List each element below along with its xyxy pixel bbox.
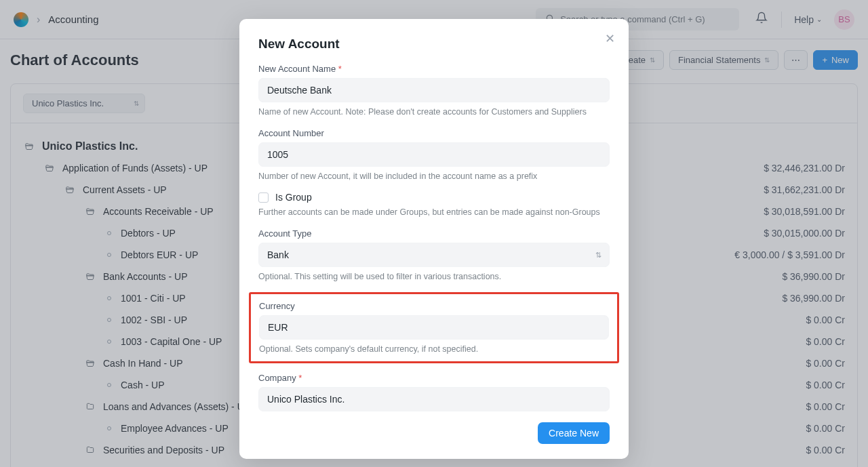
new-account-modal: New Account ✕ New Account Name * Name of… <box>239 19 629 459</box>
is-group-help: Further accounts can be made under Group… <box>258 207 610 219</box>
create-new-button[interactable]: Create New <box>538 422 610 444</box>
account-number-help: Number of new Account, it will be includ… <box>258 171 610 183</box>
company-input[interactable] <box>258 387 610 411</box>
currency-input[interactable] <box>259 315 609 340</box>
modal-overlay[interactable]: New Account ✕ New Account Name * Name of… <box>0 0 868 467</box>
account-type-label: Account Type <box>258 228 610 239</box>
is-group-label: Is Group <box>275 192 312 203</box>
modal-title: New Account <box>258 37 610 52</box>
account-number-input[interactable] <box>258 142 610 167</box>
account-type-select[interactable] <box>258 243 610 267</box>
is-group-checkbox[interactable] <box>258 192 269 203</box>
account-type-help: Optional. This setting will be used to f… <box>258 271 610 283</box>
currency-label: Currency <box>259 301 609 311</box>
company-label: Company * <box>258 373 610 383</box>
account-number-label: Account Number <box>258 128 610 138</box>
account-name-help: Name of new Account. Note: Please don't … <box>258 106 610 119</box>
currency-help: Optional. Sets company's default currenc… <box>259 344 609 356</box>
close-icon[interactable]: ✕ <box>605 31 615 46</box>
account-name-label: New Account Name * <box>258 64 610 74</box>
account-name-input[interactable] <box>258 78 610 102</box>
currency-highlight: Currency Optional. Sets company's defaul… <box>249 292 619 363</box>
